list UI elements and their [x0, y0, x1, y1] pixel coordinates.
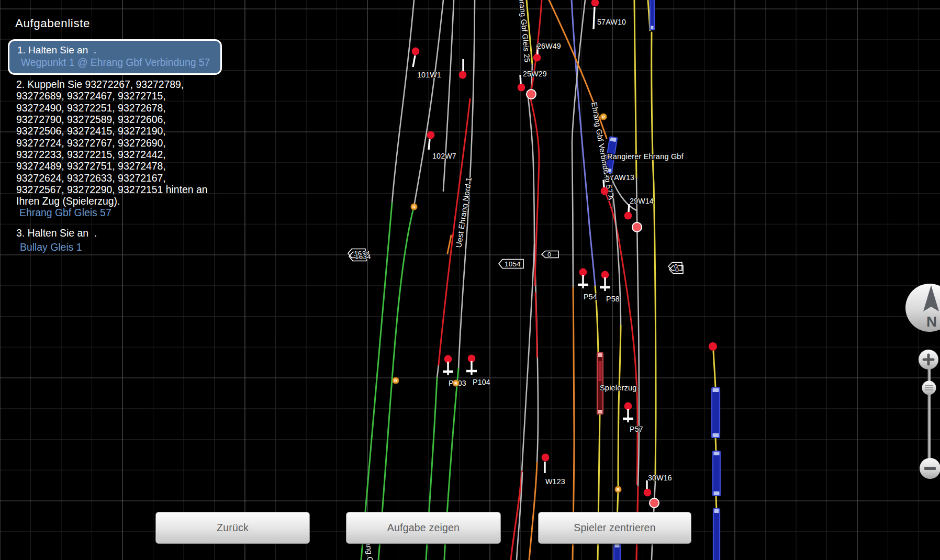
svg-text:102W7: 102W7 [432, 152, 456, 160]
svg-text:29W14: 29W14 [630, 197, 654, 205]
svg-text:0: 0 [547, 251, 551, 259]
svg-text:26W49: 26W49 [537, 42, 561, 50]
svg-text:57AW13: 57AW13 [606, 173, 634, 182]
svg-text:30W16: 30W16 [648, 474, 672, 482]
svg-text:101W1: 101W1 [417, 71, 441, 79]
svg-text:W123: W123 [545, 477, 565, 486]
svg-text:P57: P57 [630, 425, 643, 433]
svg-text:R: R [617, 487, 620, 492]
svg-text:Spielerzug: Spielerzug [600, 384, 637, 392]
svg-text:R: R [394, 378, 397, 383]
svg-text:P54: P54 [584, 293, 597, 301]
svg-text:Rangierer Ehrang Gbf: Rangierer Ehrang Gbf [607, 152, 684, 161]
svg-text:1054: 1054 [505, 260, 521, 268]
svg-text:R: R [412, 205, 416, 209]
svg-text:1634: 1634 [355, 253, 371, 261]
svg-text:R: R [602, 115, 605, 119]
svg-text:R: R [454, 381, 457, 386]
svg-text:25W29: 25W29 [523, 70, 547, 78]
svg-text:57AW10: 57AW10 [597, 18, 626, 26]
svg-text:P104: P104 [473, 378, 490, 386]
svg-text:0: 0 [675, 266, 679, 274]
svg-text:P58: P58 [606, 295, 620, 303]
svg-text:N: N [926, 313, 937, 330]
